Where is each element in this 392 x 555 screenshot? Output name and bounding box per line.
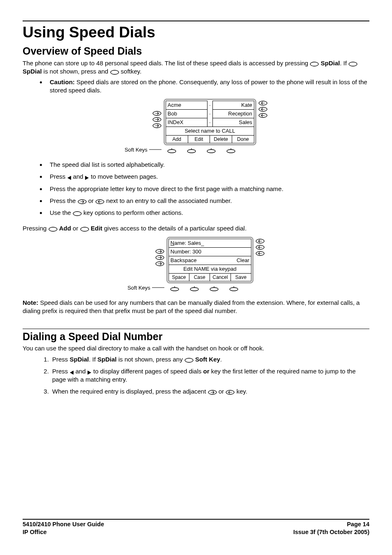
overview-bullets: The speed dial list is sorted alphabetic…: [23, 161, 369, 217]
lcd-entry: Reception: [212, 109, 254, 118]
arrow-left-icon: [70, 371, 74, 375]
page-title: Using Speed Dials: [23, 22, 369, 43]
pill-left-icon: [258, 113, 267, 118]
pill-oval-icon: [110, 70, 119, 75]
lcd-entry: INDeX: [166, 118, 207, 127]
lcd-prompt: Select name to CALL: [166, 127, 254, 135]
lcd-entry: Sales: [212, 118, 254, 127]
softkey-icon: [190, 286, 199, 291]
dialing-step: Press and to display different pages of …: [51, 367, 369, 384]
pill-left-icon: [256, 245, 265, 250]
lcd-softkey: Add: [166, 136, 188, 143]
softkey-icon: [229, 286, 238, 291]
pill-right-icon: [152, 123, 161, 128]
arrow-right-icon: [85, 176, 89, 180]
footer-guide-name: 5410/2410 Phone User Guide: [23, 520, 104, 529]
dialing-step: When the required entry is displayed, pr…: [51, 387, 369, 396]
softkey-icon: [207, 148, 216, 153]
dialing-step: Press SpDial. If SpDial is not shown, pr…: [51, 355, 369, 364]
lcd-entry: Acme: [166, 101, 207, 109]
text: or: [71, 225, 80, 232]
text: Pressing: [23, 225, 48, 232]
speed-dial-edit-diagram: Soft Keys Name: Sales_ Number: 300 Backs…: [23, 237, 369, 291]
caution-bullet: Caution: Speed dials are stored on the p…: [46, 78, 369, 95]
dialing-intro: You can use the speed dial directory to …: [23, 344, 369, 352]
softkey-icon: [226, 148, 235, 153]
speed-dial-list-diagram: Soft Keys Acme·Kate Bob·Reception INDeX·…: [23, 99, 369, 153]
footer-product-name: IP Office: [23, 528, 47, 537]
softkeys-label: Soft Keys: [127, 284, 150, 292]
leader-line: [149, 148, 161, 151]
pill-oval-icon: [73, 211, 82, 216]
dialing-steps: Press SpDial. If SpDial is not shown, pr…: [23, 355, 369, 396]
note-paragraph: Note: Speed dials can be used for any nu…: [23, 299, 369, 315]
lcd-entry: Kate: [212, 101, 254, 109]
lcd-screen: Acme·Kate Bob·Reception INDeX·Sales Sele…: [166, 101, 254, 143]
add-label: Add: [59, 225, 71, 232]
lcd-softkey: Space: [169, 274, 189, 281]
overview-intro: The phone can store up to 48 personal sp…: [23, 59, 369, 76]
lcd-screen: Name: Sales_ Number: 300 BackspaceClear …: [168, 239, 251, 281]
lcd-entry: Backspace: [171, 257, 197, 264]
edit-label: Edit: [91, 225, 102, 232]
pill-oval-icon: [184, 358, 194, 363]
lcd-softkey: Edit: [188, 136, 210, 143]
section-overview-heading: Overview of Speed Dials: [23, 44, 369, 58]
pill-right-icon: [208, 390, 217, 395]
intro-text: softkey.: [119, 68, 142, 75]
softkey-icon: [167, 148, 176, 153]
pill-right-icon: [155, 255, 164, 260]
lcd-softkey: Done: [232, 136, 254, 143]
softkey-icon: [187, 148, 196, 153]
pill-left-icon: [256, 251, 265, 256]
lcd-prompt: Edit NAME via keypad: [168, 265, 251, 273]
lcd-softkey: Save: [231, 274, 251, 281]
softkey-icon: [210, 286, 219, 291]
pill-oval-icon: [310, 62, 319, 67]
caution-label: Caution:: [50, 78, 75, 85]
pill-right-icon: [152, 111, 161, 116]
lcd-softkey: Delete: [210, 136, 232, 143]
pill-left-icon: [226, 390, 235, 395]
top-rule: [23, 21, 369, 21]
intro-text: . If: [340, 60, 348, 67]
pill-right-icon: [155, 261, 164, 266]
overview-bullet: Use the key options to perform other act…: [46, 209, 369, 217]
note-text: Speed dials can be used for any numbers …: [23, 299, 360, 314]
lcd-entry: Clear: [237, 257, 249, 264]
lcd-softkey: Case: [189, 274, 210, 281]
section-dialing-heading: Dialing a Speed Dial Number: [23, 329, 369, 344]
intro-text: is not shown, press and: [42, 68, 110, 75]
text: gives access to the details of a particu…: [102, 225, 247, 232]
pill-left-icon: [256, 239, 265, 244]
footer-issue: Issue 3f (7th October 2005): [293, 528, 369, 537]
pill-left-icon: [95, 199, 104, 204]
lcd-entry: Bob: [166, 109, 207, 118]
pill-oval-icon: [48, 227, 58, 232]
overview-bullet: Press and to move between pages.: [46, 173, 369, 181]
softkey-icon: [170, 286, 179, 291]
lcd-softkey: Cancel: [210, 274, 231, 281]
arrow-right-icon: [88, 371, 92, 375]
pill-right-icon: [152, 117, 161, 122]
softkeys-label: Soft Keys: [125, 146, 148, 154]
pill-oval-icon: [80, 227, 89, 232]
caution-text: Speed dials are stored on the phone. Con…: [50, 78, 367, 94]
spdial-label: SpDial: [23, 68, 42, 75]
add-edit-intro: Pressing Add or Edit gives access to the…: [23, 224, 369, 233]
footer-page-number: Page 14: [347, 520, 369, 529]
pill-oval-icon: [348, 62, 357, 67]
overview-bullet: The speed dial list is sorted alphabetic…: [46, 161, 369, 169]
page-footer: 5410/2410 Phone User GuidePage 14 IP Off…: [23, 519, 369, 537]
pill-left-icon: [258, 107, 267, 112]
arrow-left-icon: [67, 176, 71, 180]
pill-left-icon: [258, 101, 267, 106]
note-label: Note:: [23, 299, 38, 306]
overview-bullet: Press the or next to an entry to call th…: [46, 197, 369, 205]
spdial-label: SpDial: [321, 60, 340, 67]
leader-line: [152, 286, 164, 289]
overview-bullet: Press the appropriate letter key to move…: [46, 185, 369, 193]
pill-right-icon: [78, 199, 87, 204]
pill-right-icon: [155, 249, 164, 254]
intro-text: The phone can store up to 48 personal sp…: [23, 60, 310, 67]
